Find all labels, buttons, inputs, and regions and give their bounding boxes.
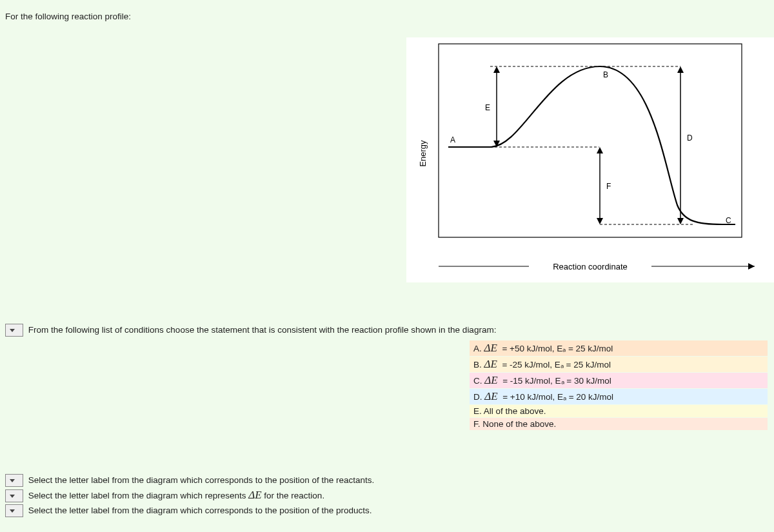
q1-dropdown[interactable] (5, 324, 23, 337)
option-C: C. ΔE = -15 kJ/mol, Eₐ = 30 kJ/mol (470, 373, 768, 388)
q2-dropdown[interactable] (5, 474, 23, 487)
answer-options: A. ΔE = +50 kJ/mol, Eₐ = 25 kJ/mol B. ΔE… (470, 340, 768, 430)
option-D: D. ΔE = +10 kJ/mol, Eₐ = 20 kJ/mol (470, 389, 768, 404)
label-A: A (450, 135, 455, 144)
chevron-down-icon (10, 495, 15, 498)
option-B: B. ΔE = -25 kJ/mol, Eₐ = 25 kJ/mol (470, 357, 768, 372)
label-D: D (687, 133, 693, 143)
chevron-down-icon (10, 509, 15, 513)
q3-dropdown[interactable] (5, 489, 23, 502)
question-1: From the following list of conditions ch… (5, 324, 768, 337)
option-E: E. All of the above. (470, 405, 768, 417)
chevron-down-icon (10, 329, 15, 332)
question-4: Select the letter label from the diagram… (5, 504, 374, 517)
label-B: B (603, 70, 608, 79)
x-axis-label: Reaction coordinate (553, 262, 628, 271)
delta-e-symbol: ΔE (248, 489, 261, 501)
label-F: F (606, 182, 611, 191)
label-C: C (726, 216, 731, 225)
q4-dropdown[interactable] (5, 504, 23, 517)
q1-text: From the following list of conditions ch… (28, 325, 497, 335)
svg-marker-2 (748, 263, 755, 270)
intro-prompt: For the following reaction profile: (0, 0, 774, 21)
q3-text-post: for the reaction. (264, 491, 324, 500)
question-3: Select the letter label from the diagram… (5, 489, 374, 502)
question-2: Select the letter label from the diagram… (5, 474, 374, 487)
label-E: E (485, 103, 490, 112)
q2-text: Select the letter label from the diagram… (28, 475, 375, 485)
reaction-profile-diagram: Energy Reaction coordinate E F D A B (406, 37, 774, 282)
option-F: F. None of the above. (470, 418, 768, 430)
chevron-down-icon (10, 479, 15, 482)
q4-text: Select the letter label from the diagram… (28, 506, 372, 515)
q3-text-pre: Select the letter label from the diagram… (28, 491, 248, 500)
option-A: A. ΔE = +50 kJ/mol, Eₐ = 25 kJ/mol (470, 340, 768, 356)
svg-rect-0 (439, 44, 742, 237)
y-axis-label: Energy (418, 140, 428, 167)
